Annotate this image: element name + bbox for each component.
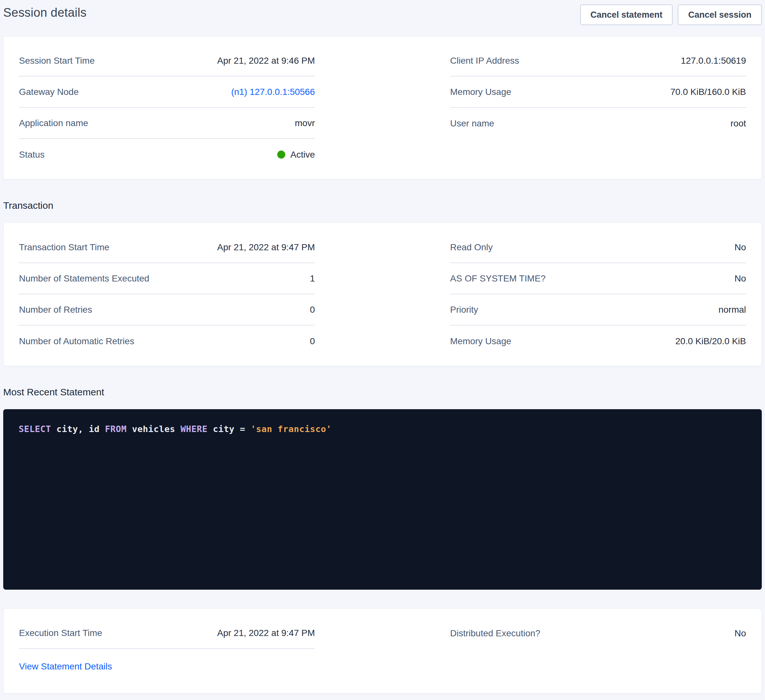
row-label: Distributed Execution?	[450, 628, 540, 639]
transaction-start-time-row: Transaction Start Time Apr 21, 2022 at 9…	[19, 232, 315, 263]
retries-row: Number of Retries 0	[19, 294, 315, 326]
row-label: Number of Statements Executed	[19, 273, 150, 284]
row-label: Read Only	[450, 242, 493, 253]
transaction-right-column: Read Only No AS OF SYSTEM TIME? No Prior…	[450, 232, 746, 357]
row-label: Number of Automatic Retries	[19, 336, 134, 347]
row-label: Priority	[450, 304, 478, 315]
row-label: Gateway Node	[19, 87, 79, 97]
gateway-node-link[interactable]: (n1) 127.0.0.1:50566	[231, 87, 315, 97]
row-value: 70.0 KiB/160.0 KiB	[671, 87, 746, 97]
session-details-page: Session details Cancel statement Cancel …	[0, 0, 765, 700]
row-label: Application name	[19, 118, 88, 128]
status-value: Active	[290, 149, 315, 160]
transaction-memory-usage-row: Memory Usage 20.0 KiB/20.0 KiB	[450, 326, 746, 357]
cancel-session-button[interactable]: Cancel session	[678, 5, 762, 25]
row-value: movr	[295, 118, 315, 128]
cancel-statement-button[interactable]: Cancel statement	[580, 5, 673, 25]
row-label: Session Start Time	[19, 56, 94, 66]
priority-row: Priority normal	[450, 294, 746, 326]
row-value: normal	[718, 304, 746, 315]
sql-statement-box: SELECT city, id FROM vehicles WHERE city…	[3, 409, 762, 590]
row-value: No	[734, 273, 746, 284]
statements-executed-row: Number of Statements Executed 1	[19, 263, 315, 294]
user-name-row: User name root	[450, 108, 746, 139]
row-value: Apr 21, 2022 at 9:46 PM	[217, 56, 315, 66]
sql-statement-text: SELECT city, id FROM vehicles WHERE city…	[19, 424, 746, 434]
client-ip-row: Client IP Address 127.0.0.1:50619	[450, 46, 746, 77]
row-label: Memory Usage	[450, 87, 511, 97]
row-label: Client IP Address	[450, 56, 519, 66]
session-start-time-row: Session Start Time Apr 21, 2022 at 9:46 …	[19, 46, 315, 77]
status-active-dot-icon	[277, 151, 285, 159]
statement-execution-card: Execution Start Time Apr 21, 2022 at 9:4…	[3, 608, 762, 694]
read-only-row: Read Only No	[450, 232, 746, 263]
page-title: Session details	[3, 5, 87, 20]
session-card-right-column: Client IP Address 127.0.0.1:50619 Memory…	[450, 46, 746, 139]
execution-left-column: Execution Start Time Apr 21, 2022 at 9:4…	[19, 618, 315, 684]
status-row: Status Active	[19, 139, 315, 170]
as-of-system-time-row: AS OF SYSTEM TIME? No	[450, 263, 746, 294]
session-summary-card: Session Start Time Apr 21, 2022 at 9:46 …	[3, 36, 762, 179]
row-value: 0	[310, 304, 315, 315]
page-header: Session details Cancel statement Cancel …	[0, 0, 765, 36]
row-value: 1	[310, 273, 315, 284]
gateway-node-row: Gateway Node (n1) 127.0.0.1:50566	[19, 77, 315, 108]
view-statement-details-link[interactable]: View Statement Details	[19, 661, 112, 672]
transaction-left-column: Transaction Start Time Apr 21, 2022 at 9…	[19, 232, 315, 357]
row-label: Execution Start Time	[19, 628, 102, 638]
view-statement-details-row: View Statement Details	[19, 649, 315, 684]
row-value: No	[734, 628, 746, 639]
row-value: Apr 21, 2022 at 9:47 PM	[217, 628, 315, 638]
automatic-retries-row: Number of Automatic Retries 0	[19, 326, 315, 357]
row-label: AS OF SYSTEM TIME?	[450, 273, 546, 284]
row-label: Number of Retries	[19, 304, 92, 315]
row-value: 0	[310, 336, 315, 347]
execution-right-column: Distributed Execution? No	[450, 618, 746, 649]
row-label: Status	[19, 149, 44, 160]
row-label: Memory Usage	[450, 336, 511, 347]
most-recent-statement-heading: Most Recent Statement	[3, 387, 762, 398]
row-value: 127.0.0.1:50619	[681, 56, 746, 66]
execution-start-time-row: Execution Start Time Apr 21, 2022 at 9:4…	[19, 618, 315, 649]
row-value: 20.0 KiB/20.0 KiB	[675, 336, 746, 347]
row-label: User name	[450, 118, 494, 129]
memory-usage-row: Memory Usage 70.0 KiB/160.0 KiB	[450, 77, 746, 108]
status-badge: Active	[277, 149, 315, 160]
row-label: Transaction Start Time	[19, 242, 109, 253]
application-name-row: Application name movr	[19, 108, 315, 139]
distributed-execution-row: Distributed Execution? No	[450, 618, 746, 649]
transaction-card: Transaction Start Time Apr 21, 2022 at 9…	[3, 223, 762, 366]
row-value: No	[734, 242, 746, 253]
row-value: root	[730, 118, 746, 129]
session-card-left-column: Session Start Time Apr 21, 2022 at 9:46 …	[19, 46, 315, 170]
header-actions: Cancel statement Cancel session	[580, 5, 762, 25]
row-value: Apr 21, 2022 at 9:47 PM	[217, 242, 315, 253]
transaction-heading: Transaction	[3, 200, 762, 211]
